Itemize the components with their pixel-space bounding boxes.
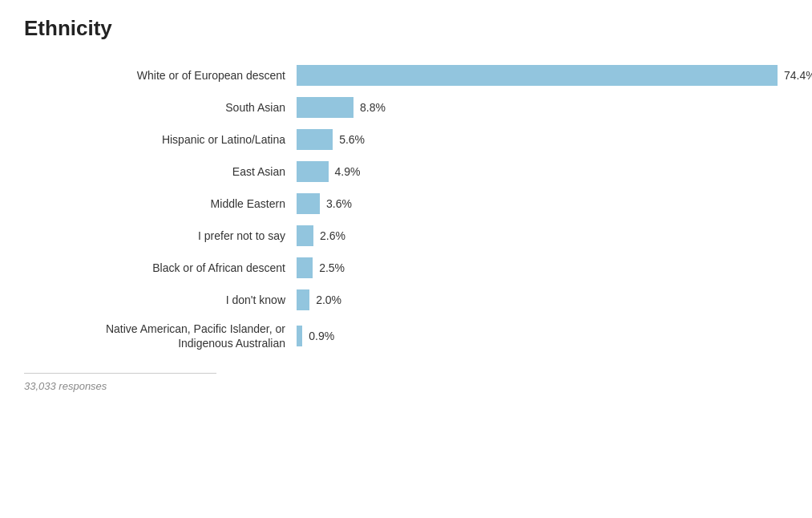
bar-label: South Asian <box>24 100 297 115</box>
responses-count: 33,033 responses <box>24 380 788 392</box>
bar-label: Black or of African descent <box>24 261 297 275</box>
ethnicity-chart: White or of European descent74.4%South A… <box>24 65 788 392</box>
bar-label: I don't know <box>24 293 297 307</box>
responses-divider <box>24 373 216 374</box>
bar-value: 5.6% <box>339 133 365 146</box>
bar-row: Middle Eastern3.6% <box>24 193 788 214</box>
bar-fill <box>297 129 333 150</box>
bar-label: Middle Eastern <box>24 196 297 211</box>
bar-track: 3.6% <box>297 193 788 214</box>
bar-value: 2.5% <box>319 261 345 274</box>
bar-row: Hispanic or Latino/Latina5.6% <box>24 129 788 150</box>
bar-track: 5.6% <box>297 129 788 150</box>
bar-value: 3.6% <box>326 197 352 210</box>
bar-label: Hispanic or Latino/Latina <box>24 132 297 147</box>
bar-fill <box>297 257 313 278</box>
bar-row: Native American, Pacific Islander, orInd… <box>24 322 788 350</box>
bar-row: I prefer not to say2.6% <box>24 225 788 246</box>
bar-fill <box>297 65 778 86</box>
bar-track: 2.0% <box>297 289 788 310</box>
bar-value: 8.8% <box>360 101 386 114</box>
bar-value: 4.9% <box>335 165 361 178</box>
chart-title: Ethnicity <box>24 16 788 41</box>
bar-track: 2.6% <box>297 225 788 246</box>
bar-track: 2.5% <box>297 257 788 278</box>
bar-fill <box>297 161 329 182</box>
bar-row: Black or of African descent2.5% <box>24 257 788 278</box>
bar-label: Native American, Pacific Islander, orInd… <box>24 322 297 350</box>
bar-track: 8.8% <box>297 97 788 118</box>
bar-row: East Asian4.9% <box>24 161 788 182</box>
bar-value: 0.9% <box>309 330 334 342</box>
bar-row: White or of European descent74.4% <box>24 65 788 86</box>
bar-value: 74.4% <box>784 69 812 82</box>
bar-fill <box>297 193 320 214</box>
bar-fill <box>297 326 302 346</box>
bar-label: White or of European descent <box>24 68 297 83</box>
bar-fill <box>297 97 353 118</box>
bar-row: I don't know2.0% <box>24 289 788 310</box>
bar-row: South Asian8.8% <box>24 97 788 118</box>
bar-track: 4.9% <box>297 161 788 182</box>
bar-fill <box>297 289 309 310</box>
bar-track: 74.4% <box>297 65 812 86</box>
bar-value: 2.0% <box>316 293 341 306</box>
bar-label: East Asian <box>24 164 297 179</box>
bar-label: I prefer not to say <box>24 229 297 243</box>
bar-fill <box>297 225 313 246</box>
bar-track: 0.9% <box>297 326 788 346</box>
bar-value: 2.6% <box>320 229 345 242</box>
